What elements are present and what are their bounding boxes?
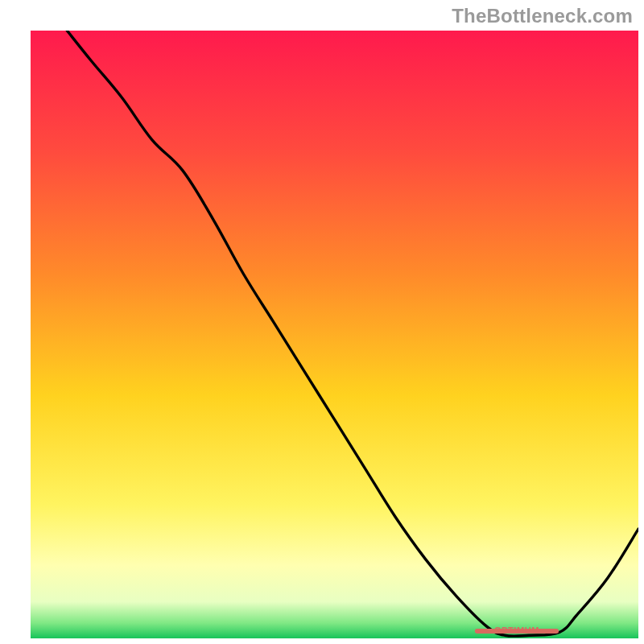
watermark-text: TheBottleneck.com: [452, 5, 633, 27]
gradient-background: [31, 31, 638, 638]
chart-stage: TheBottleneck.com OPTIMUM: [0, 0, 644, 644]
chart-svg: [0, 0, 644, 644]
optimum-label: OPTIMUM: [494, 625, 539, 635]
